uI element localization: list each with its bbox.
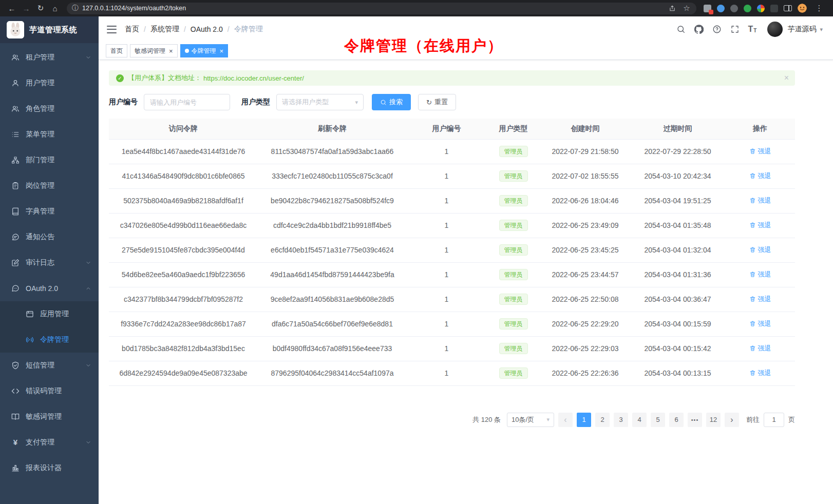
alert-close-icon[interactable]: × (784, 74, 789, 82)
browser-back-icon[interactable]: ← (5, 2, 18, 14)
user-id-cell: 1 (407, 238, 486, 262)
page-button-4[interactable]: 4 (632, 413, 647, 427)
sidebar-item-label: 角色管理 (26, 104, 54, 113)
refresh-token-cell: 9ce8ef2aa9f14056b831ae9b608e28d5 (258, 287, 407, 312)
force-logout-button[interactable]: 强退 (749, 344, 771, 353)
force-logout-button[interactable]: 强退 (749, 319, 771, 328)
force-logout-button[interactable]: 强退 (749, 221, 771, 230)
sidebar-item-report[interactable]: 报表设计器 (0, 455, 99, 481)
browser-home-icon[interactable]: ⌂ (48, 2, 62, 14)
browser-menu-icon[interactable]: ⋮ (812, 2, 826, 14)
sidebar-item-dept[interactable]: 部门管理 (0, 147, 99, 173)
app-icon (26, 310, 34, 318)
user-id-input[interactable] (144, 94, 230, 110)
close-icon[interactable]: × (220, 48, 224, 54)
search-button[interactable]: 搜索 (372, 94, 411, 110)
force-logout-button[interactable]: 强退 (749, 245, 771, 255)
sidebar-item-oauth2-app[interactable]: 应用管理 (0, 301, 99, 327)
sidebar-item-dict[interactable]: 字典管理 (0, 199, 99, 224)
access-token-cell: 41c41346a548490f9dc8b01c6bfe0865 (109, 164, 258, 188)
tab-home[interactable]: 首页 (106, 44, 127, 57)
oauth-icon (11, 284, 20, 293)
user-type-select[interactable]: 请选择用户类型 ▾ (276, 94, 364, 110)
sidebar-item-audit-log[interactable]: 审计日志 (0, 250, 99, 276)
extension-icon[interactable] (744, 5, 751, 12)
sidebar-item-sensitive-word[interactable]: 敏感词管理 (0, 404, 99, 430)
sidebar-item-tenant[interactable]: 租户管理 (0, 45, 99, 70)
browser-address-bar[interactable]: ⓘ 127.0.0.1:1024/system/oauth2/token ☆ (67, 3, 696, 14)
create-time-cell: 2022-06-25 22:50:08 (540, 287, 630, 312)
help-icon[interactable] (712, 25, 722, 34)
sidebar-item-oauth2[interactable]: OAuth 2.0 (0, 276, 99, 301)
github-icon[interactable] (694, 25, 704, 34)
sidebar-item-oauth2-token[interactable]: 令牌管理 (0, 327, 99, 353)
user-id-cell: 1 (407, 262, 486, 287)
user-name[interactable]: 芋道源码 (787, 25, 816, 34)
table-row: 54d6be82ee5a460a9aedc1f9bf22365649d1aa46… (109, 262, 795, 287)
page-button-2[interactable]: 2 (595, 413, 610, 427)
extension-icon[interactable] (730, 5, 738, 12)
site-info-icon[interactable]: ⓘ (72, 4, 79, 13)
browser-profile-avatar[interactable] (798, 4, 807, 13)
goto-page-input[interactable] (764, 413, 784, 427)
reset-button-label: 重置 (434, 98, 448, 107)
browser-reload-icon[interactable]: ↻ (34, 2, 47, 14)
page-button-12[interactable]: 12 (706, 413, 721, 427)
user-menu-caret-icon[interactable]: ▾ (820, 26, 823, 33)
force-logout-button[interactable]: 强退 (749, 369, 771, 378)
book-icon (11, 413, 20, 421)
force-logout-button[interactable]: 强退 (749, 171, 771, 181)
sidebar-item-role[interactable]: 角色管理 (0, 96, 99, 122)
share-icon[interactable] (668, 2, 677, 14)
force-logout-button[interactable]: 强退 (749, 196, 771, 205)
page-button-6[interactable]: 6 (669, 413, 684, 427)
split-screen-icon[interactable] (784, 5, 792, 11)
more-pages-button[interactable]: ••• (688, 413, 702, 427)
page-button-3[interactable]: 3 (614, 413, 628, 427)
sidebar-item-sms[interactable]: 短信管理 (0, 353, 99, 378)
next-page-button[interactable]: › (725, 413, 739, 427)
sidebar-item-label: 部门管理 (26, 156, 54, 165)
reset-button[interactable]: ↻ 重置 (418, 94, 456, 110)
sidebar-item-post[interactable]: 岗位管理 (0, 173, 99, 199)
extension-icon[interactable] (717, 5, 725, 12)
force-logout-button[interactable]: 强退 (749, 270, 771, 279)
info-alert: ✓ 【用户体系】文档地址： https://doc.iocoder.cn/use… (109, 70, 795, 86)
bookmark-star-icon[interactable]: ☆ (682, 2, 691, 14)
extension-icon[interactable] (770, 5, 778, 12)
extension-icon[interactable] (757, 5, 765, 12)
chevron-down-icon (85, 54, 91, 61)
force-logout-button[interactable]: 强退 (749, 295, 771, 304)
page-button-1[interactable]: 1 (577, 413, 591, 427)
trash-icon (749, 172, 756, 179)
page-button-5[interactable]: 5 (651, 413, 665, 427)
font-size-icon[interactable]: TT (748, 25, 757, 33)
user-avatar[interactable] (767, 22, 783, 37)
fullscreen-icon[interactable] (730, 25, 740, 34)
action-label: 强退 (758, 221, 771, 230)
breadcrumb-item[interactable]: 系统管理 (150, 25, 179, 34)
sidebar-item-error-code[interactable]: 错误码管理 (0, 378, 99, 404)
sidebar-item-menu[interactable]: 菜单管理 (0, 122, 99, 147)
sidebar-item-label: 敏感词管理 (26, 412, 62, 421)
breadcrumb-item[interactable]: 首页 (125, 25, 139, 34)
close-icon[interactable]: × (169, 48, 173, 54)
doc-link[interactable]: https://doc.iocoder.cn/user-center/ (203, 74, 304, 82)
force-logout-button[interactable]: 强退 (749, 147, 771, 156)
tab-sensitive-word[interactable]: 敏感词管理× (130, 44, 178, 57)
tab-token[interactable]: 令牌管理× (180, 44, 229, 57)
collapse-sidebar-icon[interactable] (107, 26, 117, 33)
action-label: 强退 (758, 171, 771, 181)
breadcrumb-item[interactable]: OAuth 2.0 (191, 25, 223, 33)
search-icon[interactable] (676, 25, 686, 34)
breadcrumb-separator: / (144, 25, 146, 33)
refresh-token-cell: 333ecfc71e02480cb11055c875c3ca0f (258, 164, 407, 188)
sidebar-item-user[interactable]: 用户管理 (0, 70, 99, 96)
page-size-select[interactable]: 10条/页▾ (507, 413, 554, 427)
prev-page-button[interactable]: ‹ (558, 413, 573, 427)
browser-forward-icon[interactable]: → (20, 2, 33, 14)
user-type-tag: 管理员 (499, 195, 528, 206)
sidebar-item-notice[interactable]: 通知公告 (0, 224, 99, 250)
sidebar-item-pay[interactable]: ¥支付管理 (0, 430, 99, 455)
extension-icon[interactable] (704, 5, 711, 12)
